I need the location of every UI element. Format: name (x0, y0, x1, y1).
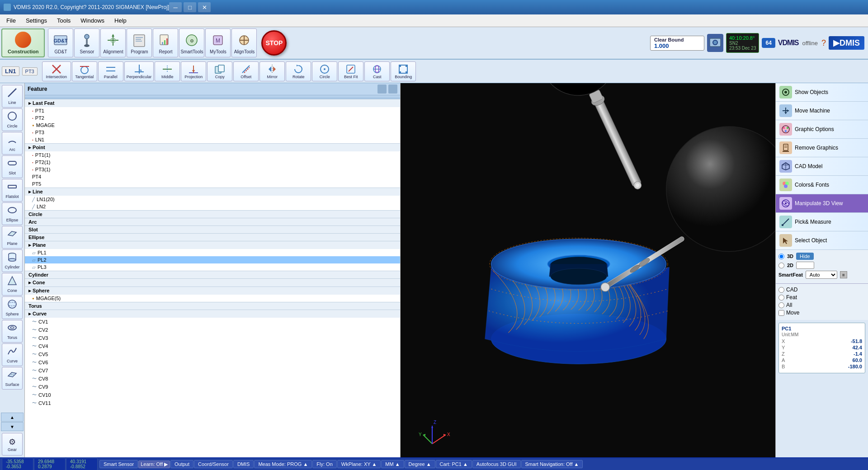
line-tool[interactable]: Line (2, 85, 23, 108)
cylinder-tool[interactable]: Cylinder (2, 249, 23, 272)
tree-ln1[interactable]: • LN1 (25, 136, 400, 143)
tree-cv1[interactable]: 〜 CV1 (25, 318, 400, 326)
move-machine-button[interactable]: Move Machine (776, 102, 868, 120)
smartfeat-select[interactable]: Auto Manual (806, 271, 837, 279)
sensor-button[interactable]: Sensor (74, 28, 99, 57)
tree-pt1-1[interactable]: • PT1(1) (25, 151, 400, 159)
tree-ln2[interactable]: ╱ LN2 (25, 203, 400, 210)
graphic-options-button[interactable]: Graphic Options (776, 120, 868, 139)
slot-tool[interactable]: Slot (2, 155, 23, 178)
status-coord-sensor[interactable]: Coord/Sensor (194, 460, 233, 468)
torus-tool[interactable]: Torus (2, 320, 23, 343)
arc-tool[interactable]: Arc (2, 132, 23, 155)
tree-cat-arc[interactable]: Arc (25, 218, 400, 226)
tree-cat-sphere[interactable]: ▸ Sphere (25, 287, 400, 295)
tree-cat-slot[interactable]: Slot (25, 226, 400, 233)
tree-cat-cone[interactable]: ▸ Cone (25, 278, 400, 287)
tree-cat-ellipse[interactable]: Ellipse (25, 233, 400, 241)
menu-help[interactable]: Help (110, 16, 131, 25)
status-meas-mode[interactable]: Meas Mode: PROG ▲ (254, 460, 312, 468)
colors-fonts-button[interactable]: Colors& Fonts (776, 176, 868, 194)
tree-cv5[interactable]: 〜 CV5 (25, 350, 400, 358)
tree-cv8[interactable]: 〜 CV8 (25, 375, 400, 383)
tree-cat-plane[interactable]: ▸ Plane (25, 241, 400, 249)
scroll-down-arrow[interactable]: ▼ (1, 422, 24, 431)
intersection-button[interactable]: Intersection (42, 61, 71, 81)
menu-windows[interactable]: Windows (76, 16, 109, 25)
rotate-button[interactable]: Rotate (286, 61, 311, 81)
menu-tools[interactable]: Tools (52, 16, 75, 25)
offset-button[interactable]: Offset (233, 61, 259, 81)
aligntools-button[interactable]: AlignTools (231, 28, 257, 57)
tree-ln1-20[interactable]: ╱ LN1(20) (25, 196, 400, 203)
status-smart-sensor[interactable]: Smart Sensor (99, 460, 138, 468)
bestfit-button[interactable]: Best Fit (338, 61, 363, 81)
tree-cv11[interactable]: 〜 CV11 (25, 399, 400, 407)
view-3d-radio[interactable] (778, 254, 784, 259)
remove-graphics-button[interactable]: Remove Graphics (776, 139, 868, 157)
cast-button[interactable]: Cast (364, 61, 390, 81)
status-cart[interactable]: Cart: PC1 ▲ (436, 460, 472, 468)
program-button[interactable]: Program (127, 28, 152, 57)
snapshot-button[interactable] (707, 34, 723, 52)
middle-button[interactable]: Middle (155, 61, 180, 81)
tree-mgage5[interactable]: ● MGAGE(5) (25, 295, 400, 302)
smarttools-button[interactable]: ⚙ SmartTools (179, 28, 204, 57)
status-dmis[interactable]: DMIS (233, 460, 254, 468)
tree-cat-line[interactable]: ▸ Line (25, 188, 400, 196)
tree-cv3[interactable]: 〜 CV3 (25, 334, 400, 342)
tree-mgage[interactable]: ● MGAGE (25, 122, 400, 129)
projection-button[interactable]: Projection (181, 61, 206, 81)
alignment-button[interactable]: Alignment (100, 28, 126, 57)
maximize-button[interactable]: □ (184, 2, 196, 12)
curve-tool[interactable]: Curve (2, 343, 23, 366)
perpendicular-button[interactable]: Perpendicular (124, 61, 154, 81)
status-learn[interactable]: Learn: Off ▶ (138, 461, 170, 468)
all-radio[interactable] (778, 302, 784, 308)
view-2d-radio[interactable] (778, 263, 784, 268)
copy-button[interactable]: Copy (207, 61, 232, 81)
tree-pt1[interactable]: • PT1 (25, 107, 400, 114)
report-button[interactable]: Report (153, 28, 178, 57)
tree-pt5[interactable]: PT5 (25, 180, 400, 188)
tree-pt4[interactable]: PT4 (25, 173, 400, 180)
view-2d-number[interactable]: 4 (796, 262, 814, 269)
tree-cat-point[interactable]: ▸ Point (25, 143, 400, 151)
tree-cat-torus[interactable]: Torus (25, 302, 400, 310)
pick-measure-button[interactable]: Pick& Measure (776, 213, 868, 231)
feat-radio[interactable] (778, 295, 784, 301)
show-objects-button[interactable]: Show Objects (776, 83, 868, 102)
mytools-button[interactable]: M MyTools (205, 28, 231, 57)
tangential-button[interactable]: Tangential (72, 61, 97, 81)
cad-radio[interactable] (778, 287, 784, 293)
surface-tool[interactable]: Surface (2, 367, 23, 390)
status-smart-nav[interactable]: Smart Navigation: Off ▲ (521, 460, 583, 468)
tree-pl3[interactable]: ▱ PL3 (25, 263, 400, 271)
construction-button[interactable]: Construction (1, 28, 45, 57)
gear-tool[interactable]: ⚙ Gear (2, 433, 23, 456)
status-wkplane[interactable]: WkPlane: XY ▲ (337, 460, 381, 468)
status-fly[interactable]: Fly: On (312, 460, 336, 468)
tree-pt3-1[interactable]: • PT3(1) (25, 166, 400, 173)
minimize-button[interactable]: ─ (169, 2, 182, 12)
tree-cv10[interactable]: 〜 CV10 (25, 391, 400, 399)
tree-cv7[interactable]: 〜 CV7 (25, 367, 400, 375)
cone-tool[interactable]: Cone (2, 273, 23, 296)
menu-settings[interactable]: Settings (21, 16, 52, 25)
tree-pt2[interactable]: • PT2 (25, 114, 400, 122)
status-mm[interactable]: MM ▲ (381, 460, 404, 468)
smartfeat-config[interactable]: ≡ (840, 271, 847, 278)
status-output[interactable]: Output (170, 460, 193, 468)
close-button[interactable]: ✕ (198, 2, 211, 12)
tree-cv6[interactable]: 〜 CV6 (25, 358, 400, 367)
move-checkbox[interactable] (778, 310, 784, 316)
circle-button[interactable]: Circle (312, 61, 337, 81)
circle-tool[interactable]: Circle (2, 108, 23, 131)
flatslot-tool[interactable]: Flatslot (2, 179, 23, 202)
info-button[interactable]: ? (821, 38, 826, 48)
tree-cv2[interactable]: 〜 CV2 (25, 326, 400, 334)
gdt-button[interactable]: GD&T GD&T (48, 28, 73, 57)
tree-icon-2[interactable] (388, 85, 397, 94)
tree-cat-cylinder[interactable]: Cylinder (25, 271, 400, 278)
tree-cv4[interactable]: 〜 CV4 (25, 342, 400, 350)
